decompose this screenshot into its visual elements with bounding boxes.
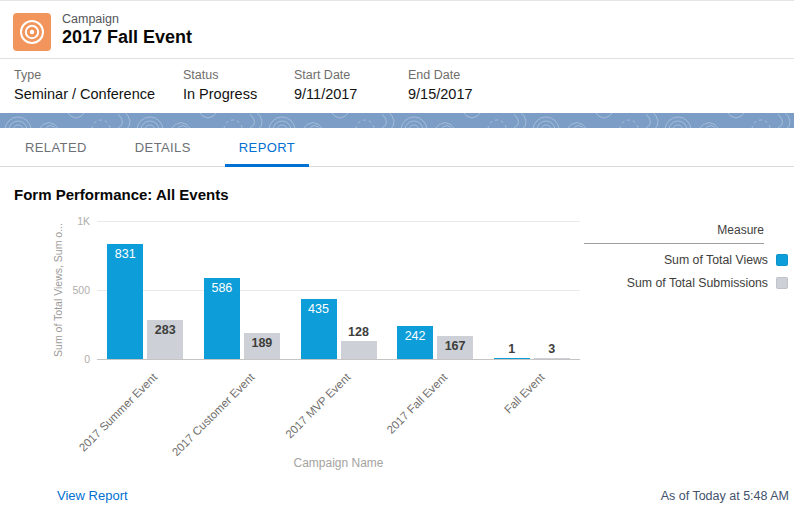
field-type: Type Seminar / Conference — [14, 68, 155, 102]
field-value: Seminar / Conference — [14, 86, 155, 102]
legend-label: Sum of Total Views — [664, 253, 768, 267]
field-start-date: Start Date 9/11/2017 — [294, 68, 357, 102]
bar-chart: 05001KSum of Total Views, Sum o...831283… — [0, 211, 794, 473]
field-status: Status In Progress — [183, 68, 257, 102]
report-title: Form Performance: All Events — [14, 186, 229, 203]
bar-value-label: 3 — [534, 342, 570, 356]
bar-value-label: 586 — [204, 281, 240, 295]
legend-item-sum-of-total-submissions[interactable]: Sum of Total Submissions — [584, 276, 790, 290]
field-value: In Progress — [183, 86, 257, 102]
field-label: End Date — [408, 68, 473, 82]
chart-legend: MeasureSum of Total ViewsSum of Total Su… — [584, 223, 790, 290]
bar-value-label: 283 — [147, 323, 183, 337]
bar-value-label: 242 — [397, 329, 433, 343]
bar-sum-of-total-submissions[interactable] — [534, 358, 570, 359]
bar-value-label: 189 — [244, 336, 280, 350]
x-category-label: 2017 Summer Event — [77, 371, 160, 454]
x-axis-title: Campaign Name — [97, 456, 580, 470]
gridline — [97, 221, 580, 222]
field-value: 9/11/2017 — [294, 86, 357, 102]
campaign-record-page: Campaign 2017 Fall Event Type Seminar / … — [0, 0, 794, 508]
x-axis-line — [97, 359, 580, 360]
x-category-label: 2017 Fall Event — [385, 371, 450, 436]
record-type-label: Campaign — [62, 12, 119, 26]
legend-title: Measure — [584, 223, 764, 244]
decorative-texture-band — [0, 113, 794, 128]
field-label: Status — [183, 68, 257, 82]
bar-sum-of-total-submissions[interactable] — [341, 341, 377, 359]
legend-swatch — [776, 277, 788, 289]
gridline — [97, 290, 580, 291]
field-label: Type — [14, 68, 155, 82]
bar-value-label: 435 — [301, 302, 337, 316]
field-end-date: End Date 9/15/2017 — [408, 68, 473, 102]
campaign-bullseye-icon — [13, 13, 51, 51]
field-value: 9/15/2017 — [408, 86, 473, 102]
field-label: Start Date — [294, 68, 357, 82]
tab-report[interactable]: REPORT — [225, 128, 309, 166]
legend-label: Sum of Total Submissions — [627, 276, 768, 290]
tab-related[interactable]: RELATED — [11, 128, 101, 166]
as-of-timestamp: As of Today at 5:48 AM — [661, 489, 789, 503]
highlights-panel: Type Seminar / Conference Status In Prog… — [0, 59, 794, 113]
bar-value-label: 831 — [107, 247, 143, 261]
x-category-label: 2017 Customer Event — [169, 371, 256, 458]
legend-swatch — [776, 254, 788, 266]
x-category-label: Fall Event — [502, 371, 547, 416]
legend-item-sum-of-total-views[interactable]: Sum of Total Views — [584, 253, 790, 267]
view-report-link[interactable]: View Report — [57, 488, 128, 503]
tab-details[interactable]: DETAILS — [121, 128, 205, 166]
bar-value-label: 167 — [437, 339, 473, 353]
bar-value-label: 1 — [494, 342, 530, 356]
bar-value-label: 128 — [341, 325, 377, 339]
x-category-label: 2017 MVP Event — [284, 371, 353, 440]
page-title: 2017 Fall Event — [62, 27, 192, 48]
record-tabs: RELATED DETAILS REPORT — [0, 128, 794, 167]
record-header: Campaign 2017 Fall Event — [0, 1, 794, 59]
y-axis-title: Sum of Total Views, Sum o... — [52, 223, 64, 357]
bar-sum-of-total-views[interactable] — [107, 244, 143, 359]
bar-sum-of-total-views[interactable] — [494, 358, 530, 359]
